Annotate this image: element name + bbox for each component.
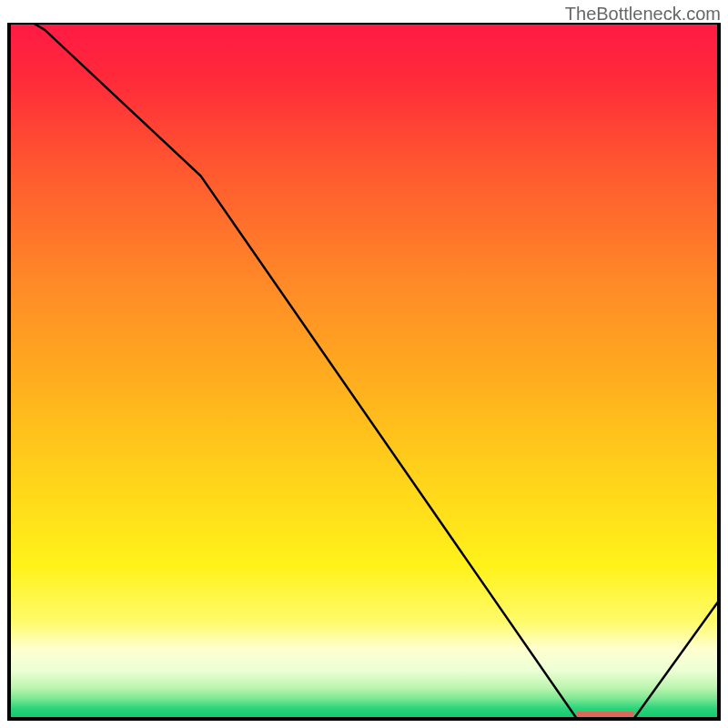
chart-area — [0, 23, 728, 728]
watermark-text: TheBottleneck.com — [565, 4, 721, 25]
chart-svg — [0, 23, 728, 728]
gradient-background — [9, 23, 719, 719]
